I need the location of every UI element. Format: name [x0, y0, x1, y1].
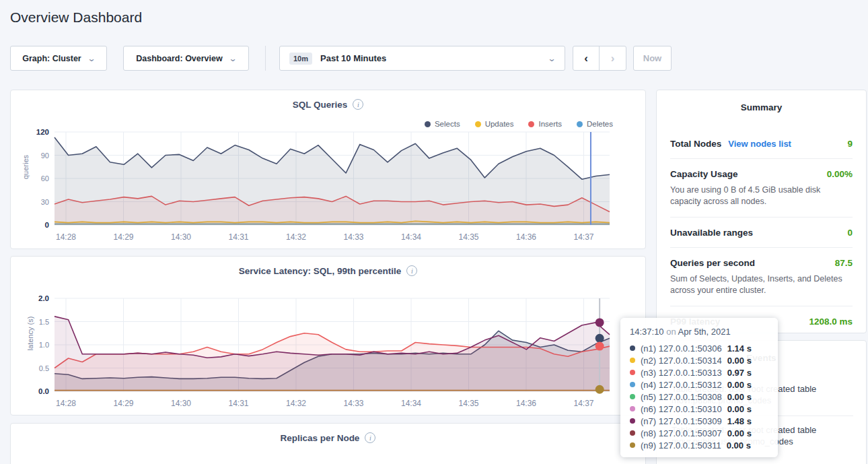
svg-text:14:37: 14:37 — [573, 232, 593, 242]
tooltip-timestamp: 14:37:10 on Apr 5th, 2021 — [630, 327, 768, 337]
chevron-down-icon: ⌄ — [87, 54, 96, 63]
summary-rows: Total NodesView nodes list9Capacity Usag… — [657, 112, 866, 336]
info-icon[interactable]: i — [406, 265, 417, 276]
chevron-left-icon: ‹ — [584, 52, 588, 65]
svg-text:14:28: 14:28 — [56, 232, 76, 242]
tooltip-node-row: (n6) 127.0.0.1:503100.00 s — [630, 403, 768, 415]
svg-text:14:30: 14:30 — [171, 232, 191, 242]
summary-row-value: 0.00% — [827, 169, 853, 179]
svg-text:14:32: 14:32 — [286, 399, 306, 408]
node-color-dot-icon — [630, 418, 635, 424]
summary-row-label: Queries per second — [670, 258, 755, 268]
summary-row-label: Unavailable ranges — [670, 228, 753, 238]
svg-text:1.5: 1.5 — [39, 318, 49, 326]
graph-dropdown[interactable]: Graph: Cluster ⌄ — [10, 46, 107, 71]
tooltip-node-value: 1.14 s — [727, 343, 752, 354]
legend-label: Updates — [485, 120, 514, 128]
service-latency-chart[interactable]: 14:2814:2914:3014:3114:3214:3314:3414:35… — [21, 295, 620, 415]
svg-text:14:32: 14:32 — [286, 232, 306, 242]
tooltip-node-value: 0.00 s — [727, 404, 752, 414]
summary-row-value: 87.5 — [835, 258, 853, 268]
svg-text:14:28: 14:28 — [56, 399, 76, 408]
tooltip-node-value: 0.00 s — [727, 392, 752, 402]
legend-dot-icon — [528, 121, 534, 127]
legend-item-deletes[interactable]: Deletes — [577, 120, 613, 128]
node-color-dot-icon — [630, 345, 635, 351]
svg-text:14:33: 14:33 — [343, 232, 363, 242]
summary-panel: Summary Total NodesView nodes list9Capac… — [656, 90, 867, 333]
svg-text:0: 0 — [45, 221, 49, 229]
node-color-dot-icon — [630, 358, 635, 363]
svg-text:14:30: 14:30 — [171, 399, 191, 408]
tooltip-node-row: (n7) 127.0.0.1:503091.48 s — [630, 415, 768, 427]
chevron-right-icon: › — [611, 52, 615, 65]
summary-row-label: Capacity Usage — [670, 169, 738, 179]
sql-queries-title: SQL Queries — [293, 100, 348, 110]
tooltip-node-label: (n5) 127.0.0.1:50308 — [641, 392, 722, 402]
node-color-dot-icon — [630, 394, 635, 399]
tooltip-node-label: (n2) 127.0.0.1:50314 — [641, 356, 722, 366]
svg-text:14:34: 14:34 — [401, 399, 421, 408]
legend-item-selects[interactable]: Selects — [425, 120, 460, 128]
tooltip-node-rows: (n1) 127.0.0.1:503061.14 s(n2) 127.0.0.1… — [630, 342, 768, 451]
dashboard-dropdown[interactable]: Dashboard: Overview ⌄ — [123, 46, 249, 71]
svg-text:1.0: 1.0 — [39, 341, 49, 349]
summary-row: Capacity Usage0.00%You are using 0 B of … — [670, 158, 853, 217]
summary-row-description: Sum of Selects, Updates, Inserts, and De… — [670, 273, 853, 296]
now-button-label: Now — [643, 53, 661, 63]
svg-text:90: 90 — [41, 152, 49, 160]
svg-text:14:34: 14:34 — [401, 232, 421, 242]
tooltip-node-label: (n4) 127.0.0.1:50312 — [641, 380, 722, 390]
tooltip-node-label: (n3) 127.0.0.1:50313 — [641, 368, 722, 378]
svg-text:0.0: 0.0 — [38, 387, 49, 395]
service-latency-title: Service Latency: SQL, 99th percentile — [239, 266, 402, 276]
time-forward-button[interactable]: › — [600, 46, 626, 70]
tooltip-node-value: 0.97 s — [727, 368, 752, 378]
view-nodes-list-link[interactable]: View nodes list — [728, 139, 791, 149]
svg-text:14:31: 14:31 — [228, 232, 248, 242]
svg-text:14:35: 14:35 — [458, 399, 478, 408]
tooltip-node-row: (n2) 127.0.0.1:503140.00 s — [630, 354, 768, 366]
tooltip-node-value: 0.00 s — [727, 356, 752, 366]
time-range-badge: 10m — [289, 53, 312, 65]
now-button[interactable]: Now — [633, 46, 672, 71]
legend-label: Selects — [435, 120, 460, 128]
svg-text:14:29: 14:29 — [113, 399, 133, 408]
legend-dot-icon — [475, 121, 481, 127]
svg-text:0.5: 0.5 — [39, 364, 49, 372]
controls-divider — [265, 46, 266, 71]
service-latency-panel: Service Latency: SQL, 99th percentile i … — [10, 256, 646, 416]
legend-dot-icon — [425, 121, 431, 127]
tooltip-node-row: (n5) 127.0.0.1:503080.00 s — [630, 391, 768, 403]
overview-dashboard-page: Overview Dashboard Graph: Cluster ⌄ Dash… — [0, 0, 868, 464]
svg-text:14:36: 14:36 — [516, 232, 536, 242]
tooltip-node-row: (n3) 127.0.0.1:503130.97 s — [630, 366, 768, 378]
tooltip-date: Apr 5th, 2021 — [678, 327, 731, 337]
svg-text:14:33: 14:33 — [343, 399, 363, 408]
legend-item-inserts[interactable]: Inserts — [528, 120, 562, 128]
summary-row-label: Total Nodes — [670, 139, 721, 149]
svg-text:14:36: 14:36 — [516, 399, 536, 408]
tooltip-node-label: (n6) 127.0.0.1:50310 — [641, 404, 722, 414]
summary-title: Summary — [657, 90, 866, 112]
chevron-down-icon: ⌄ — [547, 54, 556, 63]
legend-item-updates[interactable]: Updates — [475, 120, 514, 128]
tooltip-node-row: (n8) 127.0.0.1:503070.00 s — [630, 427, 768, 439]
time-back-button[interactable]: ‹ — [573, 46, 600, 70]
summary-row: Total NodesView nodes list9 — [670, 129, 853, 158]
tooltip-node-row: (n1) 127.0.0.1:503061.14 s — [630, 342, 768, 354]
info-icon[interactable]: i — [353, 99, 363, 110]
time-range-label: Past 10 Minutes — [320, 53, 386, 63]
info-icon[interactable]: i — [365, 432, 375, 443]
time-range-dropdown[interactable]: 10m Past 10 Minutes ⌄ — [279, 46, 565, 71]
svg-text:14:29: 14:29 — [113, 232, 133, 242]
node-color-dot-icon — [630, 430, 635, 436]
svg-text:120: 120 — [36, 129, 49, 136]
sql-queries-legend: SelectsUpdatesInsertsDeletes — [425, 120, 613, 128]
sql-queries-chart[interactable]: 14:2814:2914:3014:3114:3214:3314:3414:35… — [21, 129, 620, 248]
tooltip-node-label: (n7) 127.0.0.1:50309 — [641, 416, 722, 426]
svg-text:14:35: 14:35 — [458, 232, 478, 242]
summary-row-description: You are using 0 B of 4.5 GiB usable disk… — [670, 185, 853, 207]
tooltip-node-row: (n4) 127.0.0.1:503120.00 s — [630, 378, 768, 391]
svg-text:2.0: 2.0 — [38, 295, 49, 302]
